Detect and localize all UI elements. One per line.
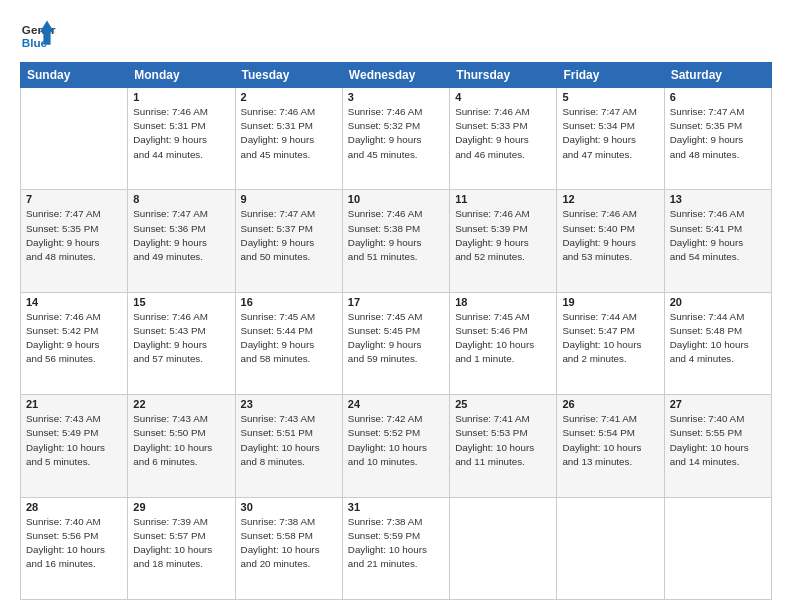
calendar-cell: 22Sunrise: 7:43 AMSunset: 5:50 PMDayligh… xyxy=(128,395,235,497)
day-info: Sunrise: 7:44 AMSunset: 5:48 PMDaylight:… xyxy=(670,310,766,367)
day-number: 27 xyxy=(670,398,766,410)
calendar-cell xyxy=(450,497,557,599)
day-number: 6 xyxy=(670,91,766,103)
calendar-cell: 19Sunrise: 7:44 AMSunset: 5:47 PMDayligh… xyxy=(557,292,664,394)
day-number: 31 xyxy=(348,501,444,513)
day-number: 18 xyxy=(455,296,551,308)
day-info: Sunrise: 7:43 AMSunset: 5:51 PMDaylight:… xyxy=(241,412,337,469)
calendar-week-2: 7Sunrise: 7:47 AMSunset: 5:35 PMDaylight… xyxy=(21,190,772,292)
calendar-cell: 7Sunrise: 7:47 AMSunset: 5:35 PMDaylight… xyxy=(21,190,128,292)
day-info: Sunrise: 7:47 AMSunset: 5:36 PMDaylight:… xyxy=(133,207,229,264)
logo-icon: General Blue xyxy=(20,16,56,52)
calendar-cell: 14Sunrise: 7:46 AMSunset: 5:42 PMDayligh… xyxy=(21,292,128,394)
day-info: Sunrise: 7:40 AMSunset: 5:56 PMDaylight:… xyxy=(26,515,122,572)
calendar-cell: 26Sunrise: 7:41 AMSunset: 5:54 PMDayligh… xyxy=(557,395,664,497)
day-info: Sunrise: 7:41 AMSunset: 5:54 PMDaylight:… xyxy=(562,412,658,469)
day-number: 2 xyxy=(241,91,337,103)
day-number: 4 xyxy=(455,91,551,103)
day-info: Sunrise: 7:46 AMSunset: 5:31 PMDaylight:… xyxy=(133,105,229,162)
calendar-cell: 16Sunrise: 7:45 AMSunset: 5:44 PMDayligh… xyxy=(235,292,342,394)
calendar-week-1: 1Sunrise: 7:46 AMSunset: 5:31 PMDaylight… xyxy=(21,88,772,190)
day-info: Sunrise: 7:46 AMSunset: 5:31 PMDaylight:… xyxy=(241,105,337,162)
calendar-cell: 6Sunrise: 7:47 AMSunset: 5:35 PMDaylight… xyxy=(664,88,771,190)
page: General Blue SundayMondayTuesdayWednesda… xyxy=(0,0,792,612)
day-number: 24 xyxy=(348,398,444,410)
calendar-cell xyxy=(21,88,128,190)
calendar-cell xyxy=(664,497,771,599)
day-number: 21 xyxy=(26,398,122,410)
calendar-cell: 1Sunrise: 7:46 AMSunset: 5:31 PMDaylight… xyxy=(128,88,235,190)
calendar-cell: 18Sunrise: 7:45 AMSunset: 5:46 PMDayligh… xyxy=(450,292,557,394)
calendar-cell xyxy=(557,497,664,599)
day-info: Sunrise: 7:47 AMSunset: 5:37 PMDaylight:… xyxy=(241,207,337,264)
day-number: 15 xyxy=(133,296,229,308)
calendar-cell: 4Sunrise: 7:46 AMSunset: 5:33 PMDaylight… xyxy=(450,88,557,190)
day-info: Sunrise: 7:47 AMSunset: 5:34 PMDaylight:… xyxy=(562,105,658,162)
column-header-sunday: Sunday xyxy=(21,63,128,88)
day-info: Sunrise: 7:41 AMSunset: 5:53 PMDaylight:… xyxy=(455,412,551,469)
day-number: 14 xyxy=(26,296,122,308)
day-info: Sunrise: 7:38 AMSunset: 5:58 PMDaylight:… xyxy=(241,515,337,572)
day-number: 7 xyxy=(26,193,122,205)
calendar-cell: 12Sunrise: 7:46 AMSunset: 5:40 PMDayligh… xyxy=(557,190,664,292)
column-header-wednesday: Wednesday xyxy=(342,63,449,88)
day-number: 22 xyxy=(133,398,229,410)
column-header-friday: Friday xyxy=(557,63,664,88)
day-number: 28 xyxy=(26,501,122,513)
day-info: Sunrise: 7:43 AMSunset: 5:50 PMDaylight:… xyxy=(133,412,229,469)
calendar-cell: 10Sunrise: 7:46 AMSunset: 5:38 PMDayligh… xyxy=(342,190,449,292)
day-number: 5 xyxy=(562,91,658,103)
day-info: Sunrise: 7:47 AMSunset: 5:35 PMDaylight:… xyxy=(670,105,766,162)
day-number: 16 xyxy=(241,296,337,308)
calendar-cell: 28Sunrise: 7:40 AMSunset: 5:56 PMDayligh… xyxy=(21,497,128,599)
column-header-saturday: Saturday xyxy=(664,63,771,88)
day-info: Sunrise: 7:46 AMSunset: 5:40 PMDaylight:… xyxy=(562,207,658,264)
calendar-week-4: 21Sunrise: 7:43 AMSunset: 5:49 PMDayligh… xyxy=(21,395,772,497)
day-info: Sunrise: 7:43 AMSunset: 5:49 PMDaylight:… xyxy=(26,412,122,469)
day-info: Sunrise: 7:44 AMSunset: 5:47 PMDaylight:… xyxy=(562,310,658,367)
day-number: 13 xyxy=(670,193,766,205)
day-number: 26 xyxy=(562,398,658,410)
calendar-cell: 9Sunrise: 7:47 AMSunset: 5:37 PMDaylight… xyxy=(235,190,342,292)
day-number: 19 xyxy=(562,296,658,308)
calendar-week-3: 14Sunrise: 7:46 AMSunset: 5:42 PMDayligh… xyxy=(21,292,772,394)
calendar-cell: 23Sunrise: 7:43 AMSunset: 5:51 PMDayligh… xyxy=(235,395,342,497)
day-info: Sunrise: 7:47 AMSunset: 5:35 PMDaylight:… xyxy=(26,207,122,264)
day-info: Sunrise: 7:45 AMSunset: 5:45 PMDaylight:… xyxy=(348,310,444,367)
calendar-cell: 2Sunrise: 7:46 AMSunset: 5:31 PMDaylight… xyxy=(235,88,342,190)
calendar-cell: 3Sunrise: 7:46 AMSunset: 5:32 PMDaylight… xyxy=(342,88,449,190)
column-header-thursday: Thursday xyxy=(450,63,557,88)
day-info: Sunrise: 7:46 AMSunset: 5:32 PMDaylight:… xyxy=(348,105,444,162)
day-info: Sunrise: 7:42 AMSunset: 5:52 PMDaylight:… xyxy=(348,412,444,469)
day-info: Sunrise: 7:39 AMSunset: 5:57 PMDaylight:… xyxy=(133,515,229,572)
calendar-cell: 17Sunrise: 7:45 AMSunset: 5:45 PMDayligh… xyxy=(342,292,449,394)
day-info: Sunrise: 7:46 AMSunset: 5:39 PMDaylight:… xyxy=(455,207,551,264)
header: General Blue xyxy=(20,16,772,52)
day-number: 10 xyxy=(348,193,444,205)
logo: General Blue xyxy=(20,16,56,52)
day-info: Sunrise: 7:45 AMSunset: 5:44 PMDaylight:… xyxy=(241,310,337,367)
calendar-cell: 24Sunrise: 7:42 AMSunset: 5:52 PMDayligh… xyxy=(342,395,449,497)
calendar-cell: 30Sunrise: 7:38 AMSunset: 5:58 PMDayligh… xyxy=(235,497,342,599)
column-header-tuesday: Tuesday xyxy=(235,63,342,88)
day-info: Sunrise: 7:46 AMSunset: 5:33 PMDaylight:… xyxy=(455,105,551,162)
calendar-cell: 11Sunrise: 7:46 AMSunset: 5:39 PMDayligh… xyxy=(450,190,557,292)
day-number: 30 xyxy=(241,501,337,513)
calendar-cell: 8Sunrise: 7:47 AMSunset: 5:36 PMDaylight… xyxy=(128,190,235,292)
day-number: 1 xyxy=(133,91,229,103)
day-info: Sunrise: 7:45 AMSunset: 5:46 PMDaylight:… xyxy=(455,310,551,367)
day-number: 20 xyxy=(670,296,766,308)
day-number: 9 xyxy=(241,193,337,205)
day-number: 8 xyxy=(133,193,229,205)
calendar-week-5: 28Sunrise: 7:40 AMSunset: 5:56 PMDayligh… xyxy=(21,497,772,599)
calendar-table: SundayMondayTuesdayWednesdayThursdayFrid… xyxy=(20,62,772,600)
day-info: Sunrise: 7:46 AMSunset: 5:41 PMDaylight:… xyxy=(670,207,766,264)
day-number: 12 xyxy=(562,193,658,205)
day-number: 17 xyxy=(348,296,444,308)
calendar-cell: 15Sunrise: 7:46 AMSunset: 5:43 PMDayligh… xyxy=(128,292,235,394)
calendar-cell: 5Sunrise: 7:47 AMSunset: 5:34 PMDaylight… xyxy=(557,88,664,190)
day-info: Sunrise: 7:46 AMSunset: 5:38 PMDaylight:… xyxy=(348,207,444,264)
column-header-monday: Monday xyxy=(128,63,235,88)
calendar-cell: 31Sunrise: 7:38 AMSunset: 5:59 PMDayligh… xyxy=(342,497,449,599)
calendar-cell: 27Sunrise: 7:40 AMSunset: 5:55 PMDayligh… xyxy=(664,395,771,497)
